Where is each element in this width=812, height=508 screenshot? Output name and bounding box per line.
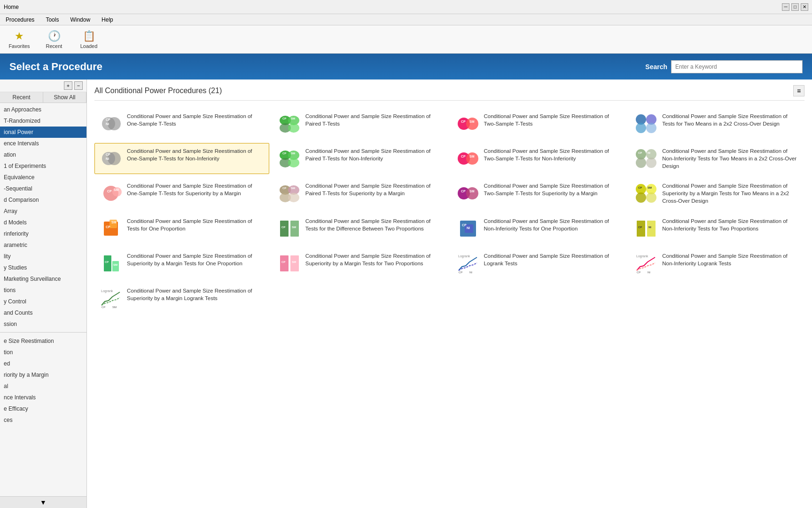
svg-rect-74 xyxy=(104,255,111,271)
recent-button[interactable]: 🕐 Recent xyxy=(42,30,66,49)
sidebar-item-nonparametric[interactable]: arametric xyxy=(0,239,86,251)
title-bar-controls: ─ □ ✕ xyxy=(782,3,808,11)
sidebar-item-noninferiority[interactable]: rinferiority xyxy=(0,228,86,239)
svg-point-16 xyxy=(636,123,646,133)
svg-text:NI: NI xyxy=(648,226,651,229)
sidebar-item-simulation[interactable]: ation xyxy=(0,149,86,160)
procedure-icon-cp-two-sample-t-ni: CPSM xyxy=(456,147,480,170)
procedure-card-cp-two-prop-ni[interactable]: CPNIConditional Power and Sample Size Re… xyxy=(630,213,804,244)
sidebar-item-randomized[interactable]: T-Randomized xyxy=(0,115,86,127)
procedure-icon-cp-one-prop-ni: CPNI xyxy=(456,217,480,240)
procedure-text-cp-two-sample-t-sup: Conditional Power and Sample Size Reesti… xyxy=(484,182,622,197)
sidebar-item-sample-size-reestimation[interactable]: e Size Reestimation xyxy=(0,335,86,347)
sidebar-item-references[interactable]: ces xyxy=(0,414,86,426)
sidebar-controls: + − xyxy=(64,81,83,90)
procedure-icon-cp-one-sample-t-ni: CPNI xyxy=(99,147,123,170)
menu-window[interactable]: Window xyxy=(68,16,92,24)
procedure-text-cp-two-prop-sup: Conditional Power and Sample Size Reesti… xyxy=(305,252,444,267)
procedure-card-cp-two-sample-t[interactable]: CPSMConditional Power and Sample Size Re… xyxy=(452,108,626,139)
procedure-card-cp-paired-t-sup[interactable]: CPSMConditional Power and Sample Size Re… xyxy=(273,178,448,209)
procedure-card-cp-one-prop-sup[interactable]: CPSMConditional Power and Sample Size Re… xyxy=(94,248,269,279)
procedure-card-cp-crossover[interactable]: Conditional Power and Sample Size Reesti… xyxy=(630,108,804,139)
procedure-text-cp-logrank-ni: Conditional Power and Sample Size Reesti… xyxy=(662,252,800,267)
loaded-label: Loaded xyxy=(80,43,98,49)
sidebar-item-quality[interactable]: lity xyxy=(0,251,86,262)
sidebar-item-marketing-surveillance[interactable]: Marketing Surveillance xyxy=(0,273,86,285)
procedure-text-cp-one-prop-ni: Conditional Power and Sample Size Reesti… xyxy=(484,217,622,232)
svg-rect-63 xyxy=(290,221,299,237)
search-input[interactable] xyxy=(671,60,803,73)
procedure-card-cp-crossover-ni[interactable]: CPNIConditional Power and Sample Size Re… xyxy=(630,143,804,174)
sidebar-item-quality-control[interactable]: y Control xyxy=(0,296,86,307)
content-view-button[interactable]: ≡ xyxy=(793,85,804,96)
procedure-card-cp-one-prop-ni[interactable]: CPNIConditional Power and Sample Size Re… xyxy=(452,213,626,244)
svg-rect-78 xyxy=(280,255,289,271)
procedure-text-cp-paired-t-sup: Conditional Power and Sample Size Reesti… xyxy=(305,182,444,197)
sidebar-item-equivalence[interactable]: Equivalence xyxy=(0,172,86,183)
sidebar-item-n-of-experiments[interactable]: 1 of Experiments xyxy=(0,160,86,172)
svg-text:CP: CP xyxy=(105,261,109,263)
sidebar-item-superiority-by-margin[interactable]: riority by a Margin xyxy=(0,369,86,381)
sidebar-item-conditional-power[interactable]: ional Power xyxy=(0,127,86,138)
procedure-card-cp-two-sample-t-sup[interactable]: CPSMConditional Power and Sample Size Re… xyxy=(452,178,626,209)
sidebar-item-proportions[interactable]: tions xyxy=(0,285,86,296)
sidebar-item-general[interactable]: al xyxy=(0,381,86,392)
favorites-button[interactable]: ★ Favorites xyxy=(8,30,31,49)
main-layout: + − Recent Show All an Approaches T-Rand… xyxy=(0,79,812,508)
sidebar-item-rates-and-counts[interactable]: and Counts xyxy=(0,307,86,318)
procedure-icon-cp-logrank: LogrankCPNI xyxy=(456,252,480,275)
procedure-card-cp-logrank-ni[interactable]: LogrankCPNIConditional Power and Sample … xyxy=(630,248,804,279)
svg-text:CP: CP xyxy=(102,306,105,309)
sidebar-item-confidence-intervals[interactable]: ence Intervals xyxy=(0,138,86,149)
procedure-card-cp-crossover-sup[interactable]: CPSMConditional Power and Sample Size Re… xyxy=(630,178,804,209)
procedure-card-cp-one-prop[interactable]: CPSMConditional Power and Sample Size Re… xyxy=(94,213,269,244)
svg-rect-62 xyxy=(280,221,289,237)
procedure-text-cp-one-sample-t: Conditional Power and Sample Size Reesti… xyxy=(127,112,265,127)
close-button[interactable]: ✕ xyxy=(801,3,808,11)
tab-recent[interactable]: Recent xyxy=(0,92,43,103)
sidebar-item-regression[interactable]: ssion xyxy=(0,318,86,330)
sidebar-item-mixed-models[interactable]: d Models xyxy=(0,217,86,228)
sidebar-item-case-studies[interactable]: y Studies xyxy=(0,262,86,273)
procedure-card-cp-logrank[interactable]: LogrankCPNIConditional Power and Sample … xyxy=(452,248,626,279)
menu-help[interactable]: Help xyxy=(100,16,115,24)
procedure-card-cp-paired-t[interactable]: CPSMConditional Power and Sample Size Re… xyxy=(273,108,448,139)
svg-text:CP: CP xyxy=(461,155,466,158)
procedure-card-cp-one-sample-t[interactable]: CPNIConditional Power and Sample Size Re… xyxy=(94,108,269,139)
procedure-icon-cp-two-prop-ni: CPNI xyxy=(634,217,658,240)
search-label: Search xyxy=(645,63,667,71)
maximize-button[interactable]: □ xyxy=(791,3,799,11)
collapse-button[interactable]: − xyxy=(74,81,83,90)
sidebar-item-interim-efficacy[interactable]: e Efficacy xyxy=(0,403,86,414)
sidebar-item-mean-approaches[interactable]: an Approaches xyxy=(0,104,86,115)
procedure-card-cp-logrank-sup[interactable]: LogrankCPSMConditional Power and Sample … xyxy=(94,283,269,314)
tab-showall[interactable]: Show All xyxy=(43,92,86,103)
svg-text:SM: SM xyxy=(113,263,117,266)
sidebar-item-array[interactable]: Array xyxy=(0,206,86,217)
sidebar-item-paired-comparison[interactable]: d Comparison xyxy=(0,194,86,206)
procedure-text-cp-crossover: Conditional Power and Sample Size Reesti… xyxy=(662,112,800,127)
procedure-card-cp-paired-t-ni[interactable]: CPSMConditional Power and Sample Size Re… xyxy=(273,143,448,174)
expand-button[interactable]: + xyxy=(64,81,72,90)
procedure-text-cp-one-prop: Conditional Power and Sample Size Reesti… xyxy=(127,217,265,232)
procedure-card-cp-one-sample-t-sup[interactable]: CPSMConditional Power and Sample Size Re… xyxy=(94,178,269,209)
procedure-icon-cp-two-prop-sup: CPSM xyxy=(277,252,302,275)
procedure-card-cp-two-prop-sup[interactable]: CPSMConditional Power and Sample Size Re… xyxy=(273,248,448,279)
procedure-card-cp-two-prop-diff[interactable]: CPSMConditional Power and Sample Size Re… xyxy=(273,213,448,244)
svg-point-54 xyxy=(636,192,646,203)
svg-text:CP: CP xyxy=(282,152,286,155)
svg-text:SM: SM xyxy=(648,186,652,189)
svg-text:SM: SM xyxy=(469,155,475,158)
minimize-button[interactable]: ─ xyxy=(782,3,789,11)
sidebar-item-loaded[interactable]: ed xyxy=(0,358,86,369)
menu-tools[interactable]: Tools xyxy=(44,16,61,24)
procedure-icon-cp-one-prop: CPSM xyxy=(99,217,123,240)
sidebar-scroll-down[interactable]: ▼ xyxy=(0,496,86,508)
loaded-button[interactable]: 📋 Loaded xyxy=(77,30,101,49)
menu-procedures[interactable]: Procedures xyxy=(4,16,36,24)
sidebar-item-group-sequential[interactable]: -Sequential xyxy=(0,183,86,194)
procedure-card-cp-one-sample-t-ni[interactable]: CPNIConditional Power and Sample Size Re… xyxy=(94,143,269,174)
sidebar-item-simulation2[interactable]: tion xyxy=(0,347,86,358)
procedure-card-cp-two-sample-t-ni[interactable]: CPSMConditional Power and Sample Size Re… xyxy=(452,143,626,174)
sidebar-item-confidence-intervals2[interactable]: nce Intervals xyxy=(0,392,86,403)
